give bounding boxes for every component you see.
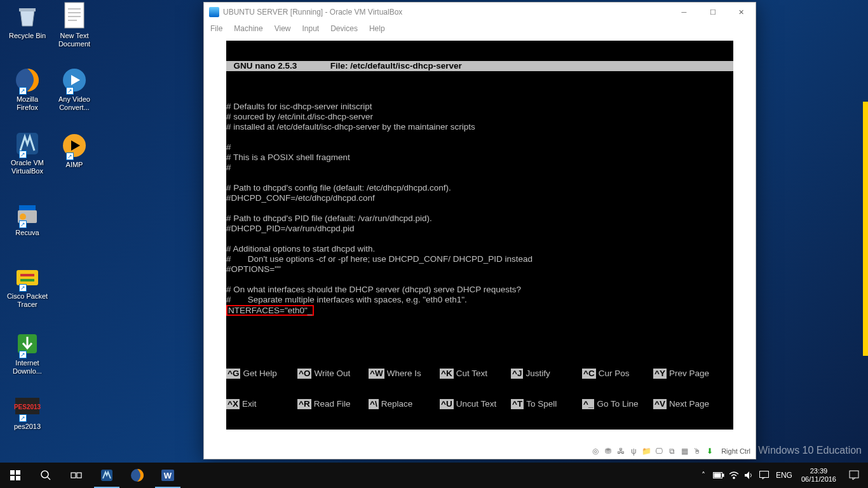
menu-file[interactable]: File [210, 24, 222, 33]
sb-usb-icon[interactable]: ψ [628, 446, 639, 456]
host-key-label[interactable]: Right Ctrl [721, 447, 750, 455]
sb-shared-icon[interactable]: 📁 [641, 446, 651, 456]
nano-header: GNU nano 2.5.3 File: /etc/default/isc-dh… [226, 61, 733, 71]
svg-rect-21 [10, 470, 15, 475]
svg-text:PES2013: PES2013 [14, 403, 41, 410]
window-titlebar[interactable]: UBUNTU SERVER [Running] - Oracle VM Virt… [204, 3, 756, 22]
task-view-button[interactable] [61, 463, 92, 488]
desktop-icon-pes2013[interactable]: PES2013↗pes2013 [5, 394, 50, 431]
tray-clock[interactable]: 23:39 06/11/2016 [796, 467, 841, 484]
svg-rect-37 [760, 471, 769, 478]
sb-record-icon[interactable]: ⧉ [667, 446, 677, 456]
virtualbox-menubar: File Machine View Input Devices Help [204, 22, 756, 36]
svg-rect-0 [19, 8, 36, 11]
taskbar[interactable]: W ˄ ENG 23:39 06/11/2016 [0, 463, 868, 488]
sb-optical-icon[interactable]: ◎ [590, 446, 600, 456]
desktop-icon-cisco-packet-tracer[interactable]: ↗Cisco Packet Tracer [5, 264, 50, 309]
virtualbox-icon [209, 7, 219, 17]
svg-rect-27 [71, 473, 76, 478]
nano-footer: ^GGet Help^OWrite Out^WWhere Is^KCut Tex… [226, 348, 733, 430]
desktop-icon-new-text-document[interactable]: New Text Document [52, 3, 97, 48]
search-button[interactable] [31, 463, 61, 488]
svg-text:W: W [164, 471, 172, 480]
sb-cpu-icon[interactable]: ▦ [679, 446, 689, 456]
desktop-icon-recycle-bin[interactable]: Recycle Bin [5, 3, 50, 40]
svg-line-26 [48, 477, 50, 480]
sb-keyboard-icon[interactable]: ⬇ [705, 446, 715, 456]
menu-view[interactable]: View [275, 24, 291, 33]
desktop-icon-recuva[interactable]: ↗Recuva [5, 200, 50, 237]
tray-language[interactable]: ENG [772, 471, 796, 480]
window-title: UBUNTU SERVER [Running] - Oracle VM Virt… [223, 8, 670, 17]
vm-console[interactable]: GNU nano 2.5.3 File: /etc/default/isc-dh… [226, 41, 733, 430]
svg-rect-14 [19, 205, 36, 210]
virtualbox-statusbar: ◎ ⛃ 🖧 ψ 📁 🖵 ⧉ ▦ 🖱 ⬇ Right Ctrl [585, 444, 756, 459]
svg-rect-28 [77, 473, 81, 478]
menu-machine[interactable]: Machine [234, 24, 262, 33]
desktop-icon-oracle-vm-virtualbox[interactable]: ↗Oracle VM VirtualBox [5, 130, 50, 175]
tray-date: 06/11/2016 [801, 475, 836, 484]
tray-battery-icon[interactable] [711, 463, 726, 488]
tray-wifi-icon[interactable] [726, 463, 742, 488]
svg-rect-16 [20, 274, 34, 276]
svg-rect-35 [714, 473, 721, 477]
menu-devices[interactable]: Devices [330, 24, 358, 33]
svg-rect-17 [20, 279, 34, 281]
tray-volume-icon[interactable] [742, 463, 757, 488]
svg-rect-34 [722, 474, 724, 477]
menu-input[interactable]: Input [302, 24, 320, 33]
screen-edge-accent [863, 102, 868, 356]
desktop-icon-mozilla-firefox[interactable]: ↗Mozilla Firefox [5, 67, 50, 112]
sb-hdd-icon[interactable]: ⛃ [603, 446, 613, 456]
tray-time: 23:39 [801, 467, 836, 475]
minimize-button[interactable]: ─ [670, 3, 698, 22]
desktop-icon-aimp[interactable]: ↗AIMP [52, 132, 97, 169]
tray-chevron-up-icon[interactable]: ˄ [696, 463, 711, 488]
svg-point-13 [20, 214, 26, 220]
menu-help[interactable]: Help [369, 24, 385, 33]
virtualbox-window[interactable]: UBUNTU SERVER [Running] - Oracle VM Virt… [203, 2, 756, 459]
taskbar-app-virtualbox[interactable] [92, 463, 122, 488]
tray-action-center-icon[interactable] [757, 463, 772, 488]
taskbar-app-word[interactable]: W [153, 463, 183, 488]
svg-rect-23 [10, 476, 15, 480]
system-tray: ˄ ENG 23:39 06/11/2016 [695, 463, 868, 488]
svg-rect-22 [16, 470, 20, 475]
svg-rect-38 [850, 471, 858, 478]
svg-rect-15 [17, 270, 38, 285]
desktop-icon-any-video-convert-[interactable]: ↗Any Video Convert... [52, 67, 97, 112]
maximize-button[interactable]: ☐ [698, 3, 727, 22]
svg-point-25 [41, 471, 48, 478]
svg-rect-24 [16, 476, 20, 480]
svg-rect-1 [65, 3, 84, 28]
sb-network-icon[interactable]: 🖧 [616, 446, 626, 456]
sb-display-icon[interactable]: 🖵 [654, 446, 664, 456]
desktop-icon-internet-downlo-[interactable]: ↗Internet Downlo... [5, 330, 50, 376]
taskbar-app-firefox[interactable] [122, 463, 153, 488]
windows-watermark: Windows 10 Education [758, 445, 862, 456]
close-button[interactable]: ✕ [727, 3, 756, 22]
sb-mouse-icon[interactable]: 🖱 [692, 446, 702, 456]
svg-point-36 [733, 477, 735, 478]
nano-body[interactable]: # Defaults for isc-dhcp-server initscrip… [226, 92, 733, 315]
tray-notifications-icon[interactable] [841, 463, 867, 488]
start-button[interactable] [0, 463, 31, 488]
